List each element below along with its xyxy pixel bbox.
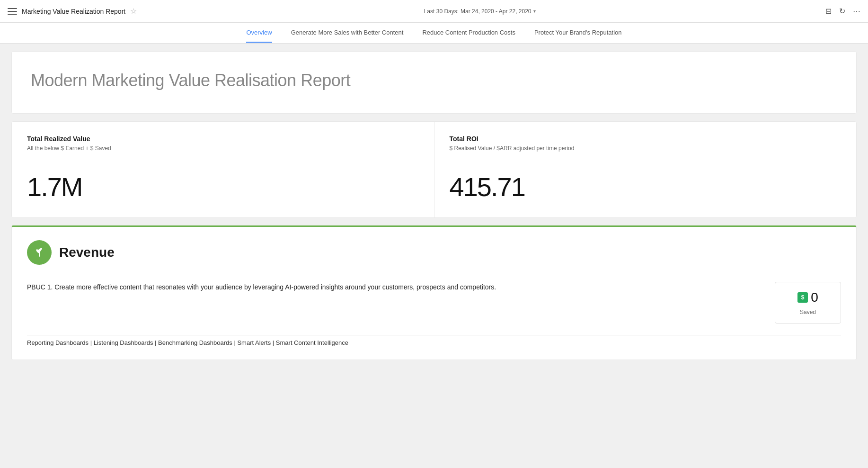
revenue-section: Revenue PBUC 1. Create more effective co…	[11, 225, 857, 360]
filter-icon[interactable]: ⊟	[825, 7, 832, 16]
metric-label-1: Total ROI	[450, 135, 841, 143]
metric-value-0: 1.7M	[27, 171, 419, 202]
reporting-links-text: Reporting Dashboards | Listening Dashboa…	[27, 339, 348, 346]
revenue-title: Revenue	[59, 245, 115, 260]
report-title-card: Modern Marketing Value Realisation Repor…	[11, 51, 857, 114]
topbar: Marketing Value Realization Report ☆ Las…	[0, 0, 868, 23]
saved-label: Saved	[788, 309, 827, 315]
tab-overview[interactable]: Overview	[246, 23, 272, 43]
topbar-center: Last 30 Days: Mar 24, 2020 - Apr 22, 202…	[137, 8, 823, 15]
date-range[interactable]: Last 30 Days: Mar 24, 2020 - Apr 22, 202…	[424, 8, 536, 15]
report-title: Modern Marketing Value Realisation Repor…	[31, 71, 837, 90]
revenue-header: Revenue	[12, 227, 856, 274]
star-icon[interactable]: ☆	[130, 7, 137, 16]
metrics-row: Total Realized Value All the below $ Ear…	[11, 121, 857, 218]
saved-value-row: $ 0	[788, 290, 827, 305]
metric-card-total-realized: Total Realized Value All the below $ Ear…	[12, 122, 434, 217]
metric-value-1: 415.71	[450, 171, 841, 202]
saved-number: 0	[811, 290, 818, 305]
saved-badge: $ 0 Saved	[775, 282, 841, 324]
dollar-icon: $	[797, 292, 808, 303]
tab-reduce[interactable]: Reduce Content Production Costs	[422, 23, 515, 43]
reporting-links[interactable]: Reporting Dashboards | Listening Dashboa…	[12, 335, 856, 360]
topbar-title: Marketing Value Realization Report	[22, 8, 125, 15]
topbar-right: ⊟ ↻ ⋯	[823, 7, 860, 16]
menu-icon[interactable]	[8, 8, 17, 15]
nav-tabs: Overview Generate More Sales with Better…	[0, 23, 868, 44]
date-label: Last 30 Days:	[424, 8, 459, 15]
more-icon[interactable]: ⋯	[853, 7, 860, 16]
metric-card-roi: Total ROI $ Realised Value / $ARR adjust…	[434, 122, 857, 217]
chevron-down-icon: ▾	[533, 9, 536, 14]
pbuc-text: PBUC 1. Create more effective content th…	[27, 282, 496, 292]
metric-sublabel-1: $ Realised Value / $ARR adjusted per tim…	[450, 144, 841, 153]
revenue-icon	[27, 240, 52, 265]
refresh-icon[interactable]: ↻	[839, 7, 845, 16]
pbuc-row: PBUC 1. Create more effective content th…	[12, 274, 856, 335]
main-content: Modern Marketing Value Realisation Repor…	[0, 44, 868, 468]
topbar-left: Marketing Value Realization Report ☆	[8, 7, 137, 16]
tab-generate[interactable]: Generate More Sales with Better Content	[291, 23, 404, 43]
metric-label-0: Total Realized Value	[27, 135, 419, 143]
tab-protect[interactable]: Protect Your Brand's Reputation	[534, 23, 622, 43]
metric-sublabel-0: All the below $ Earned + $ Saved	[27, 144, 419, 153]
date-range-value: Mar 24, 2020 - Apr 22, 2020	[461, 8, 531, 15]
